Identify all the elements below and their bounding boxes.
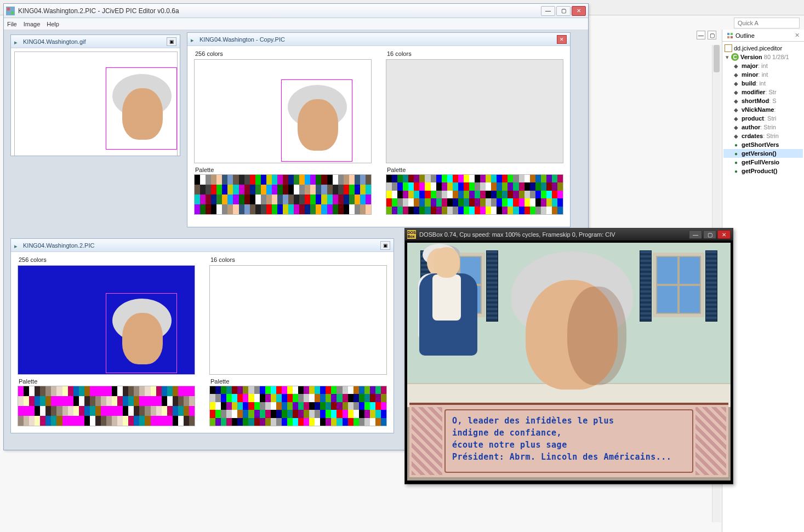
image-16-preview[interactable]	[386, 59, 563, 163]
dosbox-icon: DOSBox	[407, 230, 416, 239]
method-icon: ●	[732, 150, 740, 157]
sub-close-button[interactable]: ▣	[167, 37, 176, 46]
image-256-preview[interactable]	[194, 59, 372, 163]
outline-icon	[727, 32, 733, 39]
game-viewport[interactable]: O, leader des infidèles le plus indigne …	[407, 243, 731, 480]
pin-icon: ▸	[14, 243, 20, 248]
menu-help[interactable]: Help	[47, 21, 59, 27]
method-icon: ●	[732, 141, 740, 148]
field-icon: ◆	[732, 123, 740, 131]
svg-rect-5	[7, 8, 10, 10]
quick-access-input[interactable]	[734, 18, 800, 28]
class-icon: C	[731, 53, 739, 61]
portrait-icon	[283, 83, 351, 162]
svg-rect-3	[731, 36, 733, 38]
ornament-left-icon	[412, 407, 442, 475]
method-icon: ●	[732, 158, 740, 166]
close-icon[interactable]: ✕	[795, 32, 800, 39]
svg-rect-1	[731, 33, 733, 35]
sub-close-button[interactable]: ✕	[557, 35, 567, 44]
tree-node-field: ◆minor: int	[723, 70, 803, 79]
image-256-preview[interactable]	[18, 265, 195, 375]
ornament-right-icon	[695, 407, 726, 475]
package-icon	[725, 44, 732, 52]
outline-tab-label: Outline	[735, 32, 755, 39]
field-icon: ◆	[732, 132, 740, 140]
minimize-button[interactable]: —	[541, 6, 555, 16]
field-icon: ◆	[732, 106, 740, 113]
sub-window-copy[interactable]: ▸ KING04.Washington - Copy.PIC ✕ 256 col…	[187, 32, 571, 227]
minimize-view-icon[interactable]: —	[697, 31, 705, 39]
field-icon: ◆	[732, 115, 740, 122]
palette-256[interactable]	[194, 174, 372, 215]
dosbox-window[interactable]: DOSBox DOSBox 0.74, Cpu speed: max 100% …	[404, 228, 733, 484]
field-icon: ◆	[732, 79, 740, 87]
dialogue-box[interactable]: O, leader des infidèles le plus indigne …	[409, 403, 728, 477]
portrait-icon	[108, 72, 174, 148]
dialogue-line: écoute notre plus sage	[452, 439, 686, 451]
colors-16-label: 16 colors	[210, 256, 387, 263]
svg-rect-2	[727, 36, 729, 38]
maximize-button[interactable]: ▢	[556, 6, 571, 16]
field-icon: ◆	[732, 97, 740, 105]
tree-node-package: dd.jcived.piceditor	[723, 44, 803, 53]
menu-file[interactable]: File	[7, 21, 17, 27]
menubar: File Image Help	[4, 18, 588, 30]
minimize-button[interactable]: —	[689, 230, 702, 239]
pin-icon: ▸	[14, 39, 20, 44]
svg-rect-6	[11, 12, 14, 14]
tree-node-field: ◆product: Stri	[723, 114, 803, 123]
tree-node-method: ●getFullVersio	[723, 158, 803, 167]
sub-window-pic2[interactable]: ▸ KING04.Washington.2.PIC ▣ 256 colors	[10, 238, 394, 433]
outline-panel: Outline ✕ dd.jcived.piceditor ▾CVersion …	[722, 30, 804, 532]
palette-label: Palette	[195, 167, 372, 173]
app-icon	[6, 7, 15, 15]
outline-tab[interactable]: Outline ✕	[722, 30, 804, 42]
sub-window-gif[interactable]: ▸ KING04.Washington.gif ▣	[10, 35, 180, 156]
expand-icon[interactable]: ▾	[725, 54, 730, 60]
outline-tree[interactable]: dd.jcived.piceditor ▾CVersion 80 1/28/1 …	[722, 42, 804, 178]
sub-title: KING04.Washington.2.PIC	[23, 242, 380, 249]
maximize-button[interactable]: ▢	[703, 230, 716, 239]
dialogue-line: O, leader des infidèles le plus	[452, 415, 686, 427]
menu-image[interactable]: Image	[24, 21, 41, 27]
close-button[interactable]: ✕	[717, 230, 731, 239]
room-scene	[407, 243, 731, 407]
tree-node-method: ●getVersion()	[723, 149, 803, 158]
image-preview[interactable]	[14, 52, 178, 156]
maximize-view-icon[interactable]: ▢	[708, 31, 716, 39]
tree-node-field: ◆build: int	[723, 79, 803, 88]
tree-node-field: ◆crdates: Strin	[723, 131, 803, 140]
palette-label: Palette	[210, 378, 387, 385]
palette-256[interactable]	[18, 386, 195, 426]
pin-icon: ▸	[191, 37, 196, 42]
image-16-preview[interactable]	[209, 265, 387, 375]
tree-node-class: ▾CVersion 80 1/28/1	[723, 53, 803, 61]
field-icon: ◆	[732, 88, 740, 96]
window-title: KING04.Washington.2.PIC - JCivED PIC Edi…	[18, 7, 541, 15]
portrait-icon	[108, 296, 176, 373]
bg-toolbar-icons: — ▢	[697, 31, 716, 39]
leader-portrait	[501, 237, 640, 407]
tree-node-field: ◆author: Strin	[723, 123, 803, 131]
colors-16-label: 16 colors	[387, 50, 563, 57]
tree-node-field: ◆vNickName:	[723, 105, 803, 114]
palette-label: Palette	[19, 378, 195, 385]
sub-close-button[interactable]: ▣	[380, 241, 390, 250]
tree-node-field: ◆shortMod: S	[723, 96, 803, 105]
tree-node-method: ●getShortVers	[723, 140, 803, 149]
sub-title: KING04.Washington - Copy.PIC	[199, 36, 557, 43]
close-button[interactable]: ✕	[572, 6, 586, 16]
dialogue-line: Président: Abrm. Lincoln des Américains.…	[452, 451, 686, 463]
palette-label: Palette	[387, 167, 563, 173]
palette-16[interactable]	[386, 174, 563, 215]
field-icon: ◆	[732, 71, 740, 78]
field-icon: ◆	[732, 62, 740, 70]
tree-node-method: ●getProduct()	[723, 167, 803, 175]
svg-rect-0	[727, 33, 729, 35]
titlebar[interactable]: KING04.Washington.2.PIC - JCivED PIC Edi…	[4, 4, 588, 18]
tree-node-field: ◆major: int	[723, 61, 803, 70]
palette-16[interactable]	[209, 386, 387, 426]
colors-256-label: 256 colors	[19, 256, 195, 263]
dialogue-line: indigne de confiance,	[452, 427, 686, 439]
